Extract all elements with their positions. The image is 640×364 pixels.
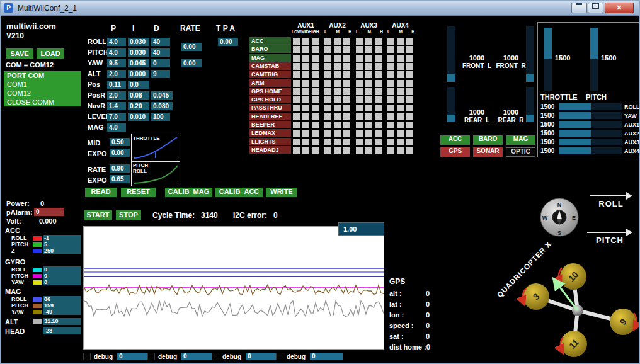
aux-checkbox[interactable] [324,46,331,53]
aux-checkbox[interactable] [343,113,350,120]
aux-checkbox[interactable] [387,122,394,128]
aux-checkbox[interactable] [334,96,341,103]
aux-checkbox[interactable] [343,71,350,78]
aux-checkbox[interactable] [293,55,300,62]
aux-checkbox[interactable] [312,122,319,128]
aux-checkbox[interactable] [343,63,350,70]
aux-checkbox[interactable] [293,113,300,120]
aux-checkbox[interactable] [356,139,363,145]
aux-checkbox[interactable] [375,71,382,78]
aux-checkbox[interactable] [334,139,341,145]
aux-checkbox[interactable] [365,105,372,111]
title-bar[interactable]: P MultiWiiConf_2_1 ✕ [1,1,639,16]
port-item-com1[interactable]: COM1 [4,80,81,89]
aux-checkbox[interactable] [302,80,309,87]
aux-checkbox[interactable] [406,55,413,62]
aux-checkbox[interactable] [397,130,404,137]
aux-checkbox[interactable] [293,147,300,154]
aux-checkbox[interactable] [406,147,413,154]
port-com-header[interactable]: PORT COM [4,71,81,80]
aux-checkbox[interactable] [302,96,309,103]
aux-checkbox[interactable] [365,80,372,87]
aux-checkbox[interactable] [334,130,341,137]
aux-checkbox[interactable] [302,105,309,111]
pid-roll-d[interactable]: 40 [151,38,170,46]
aux-checkbox[interactable] [293,122,300,128]
aux-checkbox[interactable] [375,139,382,145]
aux-checkbox[interactable] [293,139,300,145]
aux-checkbox[interactable] [406,71,413,78]
aux-checkbox[interactable] [406,38,413,45]
aux-checkbox[interactable] [375,105,382,111]
aux-checkbox[interactable] [375,80,382,87]
aux-checkbox[interactable] [334,88,341,95]
aux-checkbox[interactable] [334,147,341,154]
close-button[interactable]: ✕ [605,3,634,13]
aux-checkbox[interactable] [365,139,372,145]
aux-checkbox[interactable] [312,55,319,62]
aux-checkbox[interactable] [397,38,404,45]
aux-checkbox[interactable] [324,122,331,128]
read-button[interactable]: READ [85,188,117,197]
aux-checkbox[interactable] [302,122,309,128]
aux-checkbox[interactable] [343,80,350,87]
aux-checkbox[interactable] [334,71,341,78]
aux-checkbox[interactable] [406,105,413,111]
load-button[interactable]: LOAD [37,48,64,59]
maximize-button[interactable] [588,3,603,13]
aux-checkbox[interactable] [293,46,300,53]
aux-checkbox[interactable] [356,105,363,111]
aux-checkbox[interactable] [406,80,413,87]
aux-checkbox[interactable] [293,88,300,95]
aux-checkbox[interactable] [356,147,363,154]
aux-checkbox[interactable] [324,147,331,154]
aux-checkbox[interactable] [312,113,319,120]
aux-checkbox[interactable] [387,46,394,53]
aux-checkbox[interactable] [356,71,363,78]
aux-checkbox[interactable] [365,55,372,62]
aux-checkbox[interactable] [397,96,404,103]
aux-checkbox[interactable] [293,71,300,78]
aux-checkbox[interactable] [334,80,341,87]
aux-checkbox[interactable] [356,55,363,62]
aux-checkbox[interactable] [406,63,413,70]
aux-checkbox[interactable] [343,130,350,137]
aux-checkbox[interactable] [397,122,404,128]
aux-checkbox[interactable] [387,80,394,87]
aux-checkbox[interactable] [375,38,382,45]
aux-checkbox[interactable] [387,88,394,95]
pid-roll-p[interactable]: 4.0 [107,38,126,46]
aux-checkbox[interactable] [356,122,363,128]
minimize-button[interactable] [571,3,587,13]
aux-checkbox[interactable] [356,46,363,53]
mid-box[interactable]: 0.50 [110,138,130,146]
aux-checkbox[interactable] [293,38,300,45]
aux-checkbox[interactable] [397,80,404,87]
aux-checkbox[interactable] [356,80,363,87]
aux-checkbox[interactable] [406,46,413,53]
aux-checkbox[interactable] [375,46,382,53]
pid-posr-d[interactable]: 0.045 [151,91,173,100]
aux-checkbox[interactable] [324,80,331,87]
aux-checkbox[interactable] [312,139,319,145]
pid-navr-i[interactable]: 0.20 [128,102,149,110]
pid-level-i[interactable]: 0.010 [128,113,149,121]
aux-checkbox[interactable] [324,113,331,120]
aux-checkbox[interactable] [334,105,341,111]
aux-checkbox[interactable] [343,38,350,45]
aux-checkbox[interactable] [312,38,319,45]
tpa-box[interactable]: 0.00 [218,38,238,46]
pid-pos-p[interactable]: 0.11 [107,81,126,89]
aux-checkbox[interactable] [324,105,331,111]
aux-checkbox[interactable] [343,122,350,128]
aux-checkbox[interactable] [356,113,363,120]
aux-checkbox[interactable] [293,80,300,87]
aux-checkbox[interactable] [312,63,319,70]
aux-checkbox[interactable] [302,71,309,78]
aux-checkbox[interactable] [324,96,331,103]
aux-checkbox[interactable] [324,63,331,70]
aux-checkbox[interactable] [312,80,319,87]
aux-checkbox[interactable] [375,63,382,70]
aux-checkbox[interactable] [406,130,413,137]
pid-alt-d[interactable]: 9 [151,70,170,78]
